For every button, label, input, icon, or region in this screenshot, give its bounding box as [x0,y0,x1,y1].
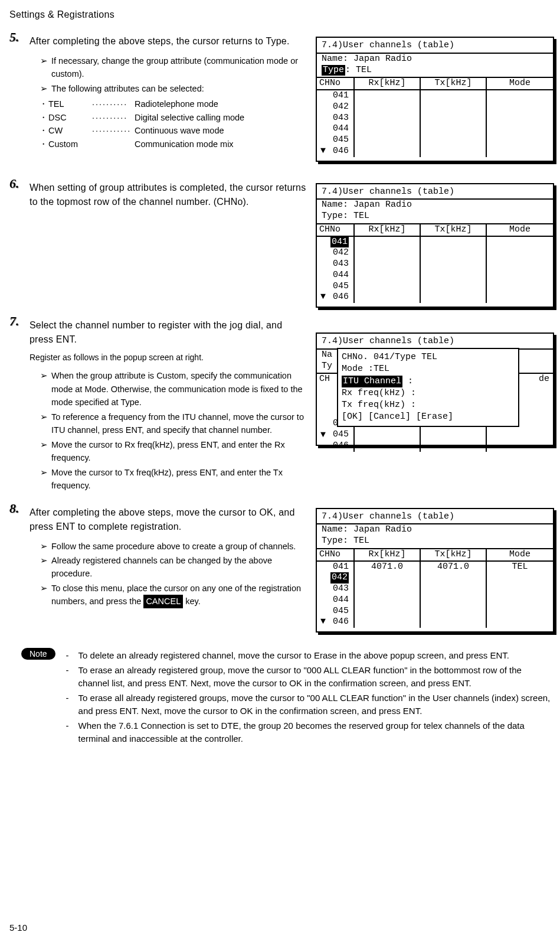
col-chno: CHNo [317,78,355,89]
panel-title: 7.4)User channels (table) [317,187,553,198]
col-mode: Mode [487,78,553,89]
popup-txfreq[interactable]: Tx freq(kHz) : [342,399,515,411]
popup-itu-cursor[interactable]: ITU Channel [342,376,402,387]
type-cursor[interactable]: Type [322,65,345,76]
attr-cw-label: CW [48,124,92,137]
note-3: To erase all already registered groups, … [78,692,554,718]
attr-cw-desc: Continuous wave mode [135,124,224,137]
attr-custom-label: Custom [48,138,92,151]
popup-chno-type: CHNo. 041/Type TEL [342,351,515,363]
col-rx: Rx[kHz] [355,78,421,89]
cell-ch: 044 [317,123,355,135]
attr-tel-label: TEL [48,97,92,110]
panel-step5: 7.4)User channels (table) Name: Japan Ra… [316,37,554,162]
step7-b3: Move the cursor to Rx freq(kHz), press E… [51,438,306,465]
bullet-icon: ➢ [40,82,48,95]
step7-pre: Register as follows in the popup screen … [30,351,306,363]
step5-sub2: The following attributes can be selected… [51,82,204,95]
step7-lead: Select the channel number to register wi… [30,318,306,347]
scroll-down-icon[interactable]: ▼ [320,617,326,628]
page-number: 5-10 [9,923,27,933]
col-tx: Tx[kHz] [421,78,487,89]
step6-lead: When setting of group attributes is comp… [30,181,306,209]
attr-tel-desc: Radiotelephone mode [135,97,218,110]
popup-rxfreq[interactable]: Rx freq(kHz) : [342,387,515,399]
scroll-down-icon[interactable]: ▼ [320,146,326,157]
page-header: Settings & Registrations [9,9,554,20]
scroll-down-icon[interactable]: ▼ [320,430,326,441]
cell-tx: 4071.0 [421,562,487,573]
note-4: When the 7.6.1 Connection is set to DTE,… [78,719,554,746]
cell-ch: 041 [317,90,355,102]
panel-step7: 7.4)User channels (table) Na Ty CH de 0 … [316,333,554,446]
step8-b2: Already registered channels can be chang… [51,554,306,581]
cell-ch: 045 [317,135,355,146]
attr-dsc-label: DSC [48,111,92,124]
step-number-5: 5. [9,31,24,44]
step7-b1: When the group attribute is Custom, spec… [51,369,306,409]
note-2: To erase an already registered group, mo… [78,664,554,690]
panel-name-value: Japan Radio [353,54,412,64]
step8-b3: To close this menu, place the cursor on … [51,582,306,608]
scroll-down-icon[interactable]: ▼ [320,292,326,303]
step8-lead: After completing the above steps, move t… [30,506,306,534]
panel-type-value: TEL [356,65,372,75]
attr-dsc-desc: Digital selective calling mode [135,111,244,124]
popup-buttons[interactable]: [OK] [Cancel] [Erase] [342,411,515,423]
note-1: To delete an already registered channel,… [78,649,509,663]
cell-mode: TEL [487,562,553,573]
ch-cursor[interactable]: 042 [330,572,349,584]
panel-name-label: Name: [322,54,353,64]
step7-b4: Move the cursor to Tx freq(kHz), press E… [51,466,306,493]
cell-ch: 042 [317,102,355,113]
step-number-7: 7. [9,315,24,328]
cell-rx: 4071.0 [355,562,421,573]
step7-b2: To reference a frequency from the ITU ch… [51,410,306,437]
panel-step8: 7.4)User channels (table) Name: Japan Ra… [316,508,554,633]
step5-lead: After completing the above steps, the cu… [30,34,306,48]
attr-custom-desc: Communication mode mix [135,138,234,151]
popup-mode[interactable]: Mode :TEL [342,363,515,375]
panel-step6: 7.4)User channels (table) Name: Japan Ra… [316,183,554,308]
note-badge: Note [21,648,55,660]
panel-title: 7.4)User channels (table) [317,40,553,51]
cell-ch: 043 [317,113,355,124]
step8-b1: Follow the same procedure above to creat… [51,540,296,553]
bullet-icon: ➢ [40,54,48,81]
step5-sub1: If necessary, change the group attribute… [51,54,306,81]
cancel-key: CANCEL [143,595,183,608]
popup-dialog: CHNo. 041/Type TEL Mode :TEL ITU Channel… [337,348,519,427]
step-number-6: 6. [9,177,24,190]
ch-cursor[interactable]: 041 [330,237,349,248]
step-number-8: 8. [9,502,24,515]
